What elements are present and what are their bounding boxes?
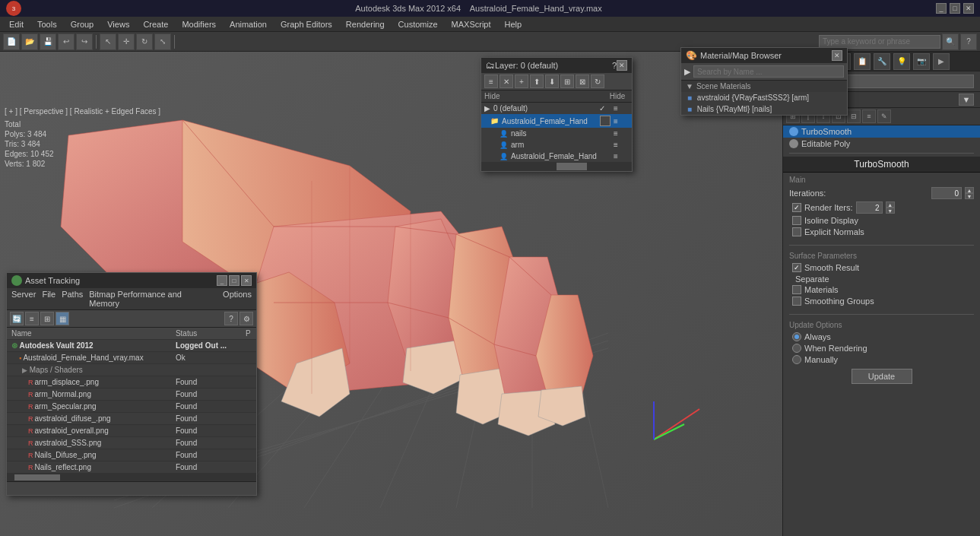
explicit-normals-cb[interactable] [792,227,801,236]
layer-tb-7[interactable]: ⊠ [576,75,589,88]
close-btn[interactable]: ✕ [963,3,974,14]
menu-rendering[interactable]: Rendering [340,18,391,30]
layer-tb-2[interactable]: ✕ [500,75,513,88]
redo-btn[interactable]: ↪ [76,33,93,50]
table-row[interactable]: ▪ Australoid_Female_Hand_vray.max Ok [7,352,256,364]
panel-icon-6[interactable]: 📷 [913,53,930,70]
mat-item-1[interactable]: ■ Nails {VRayMtl} [nails] [681,103,847,115]
move-btn[interactable]: ✛ [118,33,135,50]
asset-tb-btn-3[interactable]: ⊞ [40,312,54,325]
table-row[interactable]: Rarm_Specular.png Found [7,401,256,413]
materials-cb[interactable] [792,285,801,294]
undo-btn[interactable]: ↩ [58,33,75,50]
table-row[interactable]: Rarm_displace_.png Found [7,376,256,389]
layer-tb-6[interactable]: ⊞ [560,75,574,88]
panel-icon-3[interactable]: 📋 [854,53,871,70]
table-row[interactable]: Rarm_Normal.png Found [7,389,256,401]
layer-scrollbar[interactable] [481,162,632,171]
table-row[interactable]: RNails_Difuse_.png Found [7,449,256,461]
new-btn[interactable]: 📄 [3,33,20,50]
table-row[interactable]: Ravstraloid_SSS.png Found [7,437,256,449]
modifier-editable-poly[interactable]: Editable Poly [783,138,980,150]
update-button[interactable]: Update [852,369,912,384]
asset-menu-file[interactable]: File [42,290,56,308]
open-btn[interactable]: 📂 [21,33,38,50]
asset-tb-btn-2[interactable]: ≡ [25,312,39,325]
layer-checkbox-1[interactable] [600,116,611,126]
table-row[interactable]: ▶ Maps / Shaders [7,364,256,376]
smoothing-groups-cb[interactable] [792,297,801,306]
asset-close-btn[interactable]: ✕ [241,275,252,286]
render-iters-input[interactable] [856,201,883,214]
when-rendering-radio[interactable] [792,344,801,353]
help-btn[interactable]: ? [960,33,977,50]
iterations-down[interactable]: ▼ [965,193,974,199]
asset-menu-server[interactable]: Server [11,290,36,308]
menu-graph-editors[interactable]: Graph Editors [274,18,338,30]
panel-icon-5[interactable]: 💡 [893,53,910,70]
search-input[interactable] [819,35,940,49]
mat-search-input[interactable] [693,65,844,78]
mod-icon-7[interactable]: ✎ [877,109,891,123]
menu-animation[interactable]: Animation [224,18,273,30]
layer-row-4[interactable]: 👤 Australoid_Female_Hand ≡ [481,151,632,162]
panel-icon-4[interactable]: 🔧 [874,53,890,70]
layer-row-3[interactable]: 👤 arm ≡ [481,139,632,151]
table-row[interactable]: RNails_reflect.png Found [7,461,256,474]
render-iters-up[interactable]: ▲ [886,201,895,208]
modifier-turbosmooth[interactable]: TurboSmooth [783,125,980,138]
minimize-btn[interactable]: _ [936,3,947,14]
layer-tb-5[interactable]: ⬇ [545,75,559,88]
iterations-up[interactable]: ▲ [965,187,974,193]
menu-group[interactable]: Group [65,18,100,30]
menu-tools[interactable]: Tools [31,18,63,30]
asset-scrollbar[interactable] [7,474,256,481]
table-row[interactable]: ⊛ Autodesk Vault 2012 Logged Out ... [7,340,256,352]
asset-menu-options[interactable]: Options [223,290,252,308]
layer-row-0[interactable]: ▶ 0 (default) ✓ ≡ [481,103,632,114]
iterations-input[interactable] [931,187,962,199]
menu-edit[interactable]: Edit [3,18,30,30]
mat-item-0[interactable]: ■ avstraloid {VRayFastSSS2} [arm] [681,92,847,103]
save-btn[interactable]: 💾 [40,33,56,50]
layer-tb-4[interactable]: ⬆ [530,75,544,88]
menu-help[interactable]: Help [499,18,528,30]
asset-tb-btn-6[interactable]: ⚙ [239,312,253,325]
mat-browser-close-btn[interactable]: ✕ [832,50,842,61]
menu-maxscript[interactable]: MAXScript [446,18,497,30]
layer-close-btn[interactable]: ✕ [617,60,627,71]
search-btn[interactable]: 🔍 [942,33,959,50]
menu-create[interactable]: Create [137,18,174,30]
table-row[interactable]: Ravstraloid_difuse_.png Found [7,413,256,425]
mod-icon-5[interactable]: ⊟ [847,109,861,123]
layer-tb-3[interactable]: + [515,75,528,88]
layer-tb-8[interactable]: ↻ [591,75,604,88]
manually-radio[interactable] [792,355,801,364]
asset-minimize-btn[interactable]: _ [217,275,227,286]
select-btn[interactable]: ↖ [100,33,116,50]
asset-restore-btn[interactable]: □ [229,275,239,286]
menu-views[interactable]: Views [101,18,135,30]
render-iters-down[interactable]: ▼ [886,208,895,214]
scale-btn[interactable]: ⤡ [154,33,171,50]
asset-scrollbar-thumb[interactable] [14,474,60,480]
asset-menu-bitmap[interactable]: Bitmap Performance and Memory [89,290,211,308]
layer-row-2[interactable]: 👤 nails ≡ [481,128,632,139]
layer-row-1[interactable]: 📁 Australoid_Female_Hand ≡ [481,114,632,128]
layer-scrollbar-thumb[interactable] [557,163,587,170]
always-radio[interactable] [792,332,801,341]
panel-icon-7[interactable]: ▶ [933,53,950,70]
table-row[interactable]: Ravstraloid_overall.png Found [7,425,256,437]
menu-modifiers[interactable]: Modifiers [176,18,222,30]
asset-menu-paths[interactable]: Paths [62,290,83,308]
modifier-list-dropdown[interactable]: ▼ [959,94,974,106]
layer-tb-1[interactable]: ≡ [484,75,498,88]
asset-tb-btn-4[interactable]: ▦ [56,312,69,325]
isoline-cb[interactable] [792,216,801,225]
menu-customize[interactable]: Customize [392,18,444,30]
restore-btn[interactable]: □ [950,3,960,14]
rotate-btn[interactable]: ↻ [136,33,153,50]
render-iters-cb[interactable]: ✓ [792,203,801,212]
smooth-result-cb[interactable]: ✓ [792,263,801,272]
asset-tb-btn-1[interactable]: 🔄 [10,312,24,325]
